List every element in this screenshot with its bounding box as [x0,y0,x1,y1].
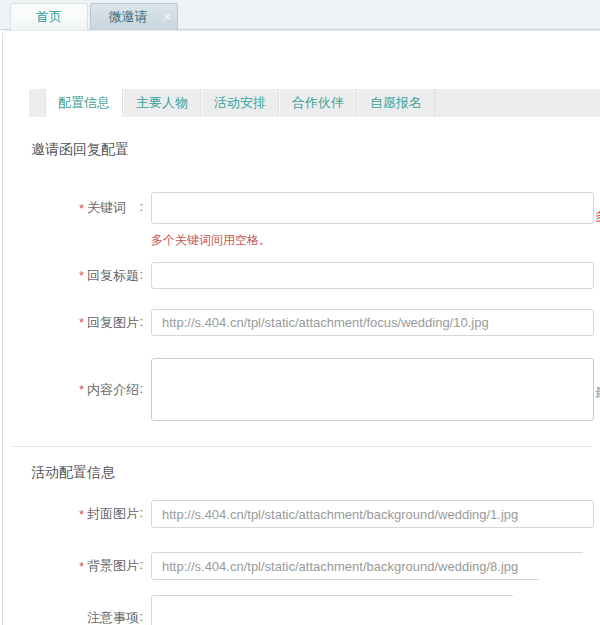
section-title-activity-config: 活动配置信息 [31,462,115,482]
clipped-hint-fragment: 多 [595,207,600,225]
form-row-background-image: * 背景图片 : [3,552,600,580]
form-row-reply-image: * 回复图片 : [3,309,600,336]
tab-config-info[interactable]: 配置信息 [45,89,123,117]
content-intro-textarea[interactable] [151,358,594,421]
required-marker: * [79,315,87,330]
field-label-content-intro: 内容介绍 [87,381,139,399]
form-row-content-intro: * 内容介绍 : [3,358,600,421]
clipped-hint-fragment: 最 [595,384,600,402]
required-marker: * [79,559,87,574]
form-row-cover-image: * 封面图片 : [3,500,600,528]
window-tab-label: 微邀请 [109,4,160,30]
label-colon: : [139,609,143,625]
field-label-reply-title: 回复标题 [87,267,139,285]
section-divider [11,446,592,447]
tab-partners[interactable]: 合作伙伴 [279,89,357,117]
field-label-notes: 注意事项 [87,609,139,625]
keyword-hint-text: 多个关键词间用空格。 [151,232,271,249]
section-title-reply-config: 邀请函回复配置 [31,139,129,159]
reply-title-input[interactable] [151,262,594,289]
label-colon: : [139,199,143,217]
label-colon: : [139,381,143,399]
label-colon: : [139,267,143,285]
field-label-keyword: 关键词 [87,199,126,217]
label-colon: : [139,314,143,332]
form-row-reply-title: * 回复标题 : [3,262,600,289]
module-tab-bar: 配置信息 主要人物 活动安排 合作伙伴 自愿报名 [29,89,600,117]
required-marker: * [79,507,87,522]
content-panel: 配置信息 主要人物 活动安排 合作伙伴 自愿报名 邀请函回复配置 * 关键词 :… [2,30,600,625]
label-colon: : [139,557,143,575]
label-colon: : [139,505,143,523]
window-tab-strip: 首页 微邀请 × [0,0,600,30]
background-image-url-input[interactable] [151,552,594,580]
tab-main-people[interactable]: 主要人物 [123,89,201,117]
tab-voluntary-signup[interactable]: 自愿报名 [357,89,435,117]
field-label-background-image: 背景图片 [87,557,139,575]
tab-bar-spacer [29,89,45,117]
window-tab-home[interactable]: 首页 [10,3,88,30]
tab-activity-schedule[interactable]: 活动安排 [201,89,279,117]
field-label-cover-image: 封面图片 [87,505,139,523]
required-marker: * [79,201,87,216]
form-row-keyword: * 关键词 : [3,192,600,224]
required-marker: * [79,268,87,283]
keyword-input[interactable] [151,192,594,224]
cover-image-url-input[interactable] [151,500,594,528]
field-label-reply-image: 回复图片 [87,314,139,332]
window-tab-weiyaoqing[interactable]: 微邀请 × [90,3,178,30]
required-marker: * [79,382,87,397]
reply-image-url-input[interactable] [151,309,594,336]
close-icon[interactable]: × [160,4,174,30]
